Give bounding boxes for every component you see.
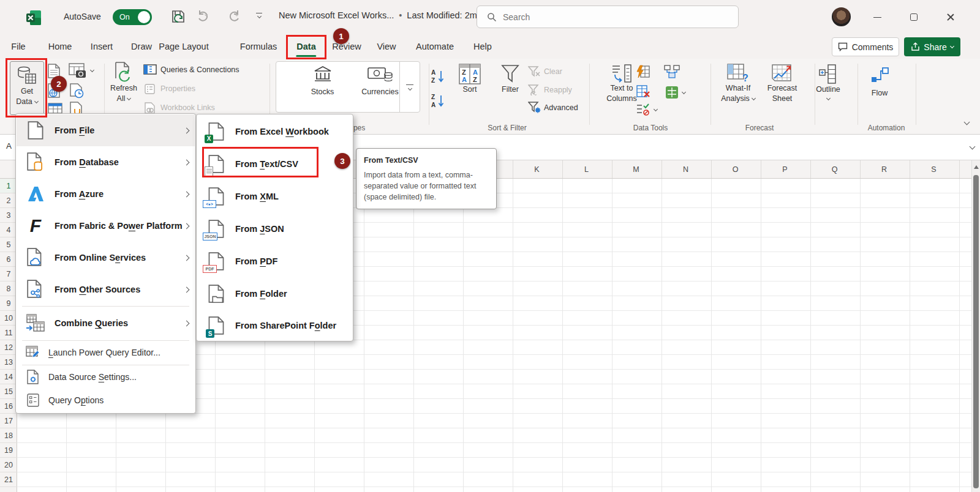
name-box[interactable]: A bbox=[6, 141, 12, 151]
submenu-item-from-text-csv[interactable]: From Text/CSV bbox=[197, 147, 352, 180]
vertical-scrollbar[interactable] bbox=[971, 160, 980, 492]
advanced-filter-icon[interactable] bbox=[528, 102, 541, 114]
undo-icon[interactable] bbox=[195, 9, 213, 24]
submenu-item-from-json[interactable]: JSON From JSON bbox=[197, 212, 352, 245]
tab-help[interactable]: Help bbox=[471, 34, 494, 59]
search-box[interactable] bbox=[477, 6, 739, 28]
what-if-analysis-button[interactable]: ? What-If Analysis bbox=[718, 64, 758, 104]
row-header-12[interactable]: 12 bbox=[0, 340, 17, 355]
row-header-16[interactable]: 16 bbox=[0, 399, 17, 414]
autosave-toggle[interactable]: On bbox=[113, 9, 152, 25]
share-button[interactable]: Share bbox=[904, 37, 960, 56]
menu-item-from-other-sources[interactable]: From Other Sources bbox=[17, 274, 195, 305]
column-header-M[interactable]: M bbox=[611, 160, 661, 179]
refresh-all-button[interactable]: Refresh All bbox=[108, 61, 140, 104]
row-header-13[interactable]: 13 bbox=[0, 355, 17, 370]
row-header-11[interactable]: 11 bbox=[0, 326, 17, 340]
advanced-label[interactable]: Advanced bbox=[544, 103, 578, 112]
submenu-item-from-excel-workbook[interactable]: X From Excel Workbook bbox=[197, 115, 352, 147]
row-header-6[interactable]: 6 bbox=[0, 252, 17, 267]
row-header-14[interactable]: 14 bbox=[0, 370, 17, 384]
maximize-button[interactable] bbox=[900, 8, 927, 26]
column-header-N[interactable]: N bbox=[661, 160, 710, 179]
tab-home[interactable]: Home bbox=[46, 34, 75, 59]
row-header-10[interactable]: 10 bbox=[0, 311, 17, 326]
row-header-4[interactable]: 4 bbox=[0, 223, 17, 237]
row-header-5[interactable]: 5 bbox=[0, 237, 17, 252]
outline-button[interactable]: Outline bbox=[810, 64, 846, 100]
forecast-sheet-button[interactable]: Forecast Sheet bbox=[763, 64, 801, 104]
column-header-O[interactable]: O bbox=[710, 160, 760, 179]
data-validation-icon[interactable] bbox=[636, 103, 650, 116]
menu-item-from-online-services[interactable]: From Online Services bbox=[17, 242, 195, 274]
collapse-ribbon-chevron-icon[interactable] bbox=[964, 119, 970, 125]
submenu-item-from-sharepoint-folder[interactable]: S From SharePoint Folder bbox=[197, 310, 352, 341]
filter-button[interactable]: Filter bbox=[496, 64, 524, 95]
minimize-button[interactable] bbox=[864, 8, 891, 26]
data-model-chevron-icon[interactable] bbox=[682, 90, 686, 94]
sort-button[interactable]: Z A A Z Sort bbox=[456, 64, 484, 95]
column-header-S[interactable]: S bbox=[909, 160, 959, 179]
row-header-2[interactable]: 2 bbox=[0, 193, 17, 208]
queries-connections-label[interactable]: Queries & Connections bbox=[160, 65, 239, 74]
scroll-up-icon[interactable] bbox=[974, 165, 979, 169]
tab-data[interactable]: Data bbox=[294, 34, 318, 59]
row-header-8[interactable]: 8 bbox=[0, 281, 17, 296]
row-header-21[interactable]: 21 bbox=[0, 472, 17, 487]
row-header-15[interactable]: 15 bbox=[0, 384, 17, 399]
row-header-19[interactable]: 19 bbox=[0, 443, 17, 458]
queries-connections-icon[interactable] bbox=[143, 64, 157, 75]
column-header-L[interactable]: L bbox=[562, 160, 611, 179]
redo-icon[interactable] bbox=[225, 9, 244, 24]
from-picture-chevron-icon[interactable] bbox=[90, 68, 94, 72]
column-header-P[interactable]: P bbox=[760, 160, 810, 179]
row-header-7[interactable]: 7 bbox=[0, 267, 17, 281]
search-input[interactable] bbox=[503, 12, 705, 22]
flash-fill-icon[interactable] bbox=[636, 65, 650, 78]
gallery-more-button[interactable] bbox=[399, 62, 420, 112]
data-model-icon[interactable] bbox=[665, 86, 679, 99]
tab-draw[interactable]: Draw bbox=[129, 34, 154, 59]
menu-item-query-options[interactable]: Query Options bbox=[17, 389, 195, 412]
comments-button[interactable]: Comments bbox=[832, 37, 899, 56]
recent-sources-icon[interactable] bbox=[70, 83, 85, 99]
stocks-button[interactable]: Stocks bbox=[293, 65, 352, 96]
row-header-9[interactable]: 9 bbox=[0, 296, 17, 311]
menu-item-from-database[interactable]: From Database bbox=[17, 146, 195, 178]
submenu-item-from-pdf[interactable]: PDF From PDF bbox=[197, 245, 352, 277]
menu-item-combine-queries[interactable]: Combine Queries bbox=[17, 307, 195, 340]
tab-automate[interactable]: Automate bbox=[413, 34, 456, 59]
text-to-columns-button[interactable]: Text to Columns bbox=[604, 64, 639, 104]
menu-item-from-fabric[interactable]: F From Fabric & Power Platform bbox=[17, 210, 195, 242]
row-header-3[interactable]: 3 bbox=[0, 208, 17, 223]
formula-bar-expand-icon[interactable] bbox=[970, 144, 976, 150]
get-data-button[interactable]: Get Data bbox=[10, 61, 44, 115]
tab-insert[interactable]: Insert bbox=[88, 34, 115, 59]
row-header-17[interactable]: 17 bbox=[0, 414, 17, 428]
save-icon[interactable] bbox=[170, 9, 186, 24]
row-header-1[interactable]: 1 bbox=[0, 179, 17, 193]
document-title[interactable]: New Microsoft Excel Works... • Last Modi… bbox=[279, 10, 505, 20]
menu-item-from-azure[interactable]: From Azure bbox=[17, 178, 195, 210]
data-validation-chevron-icon[interactable] bbox=[654, 107, 658, 111]
sort-descending-icon[interactable]: Z A bbox=[430, 93, 446, 109]
menu-item-launch-power-query-editor[interactable]: Launch Power Query Editor... bbox=[17, 341, 195, 364]
row-header-18[interactable]: 18 bbox=[0, 428, 17, 443]
close-button[interactable] bbox=[937, 8, 964, 26]
customize-toolbar-icon[interactable] bbox=[256, 13, 262, 18]
remove-duplicates-icon[interactable] bbox=[636, 84, 650, 98]
tab-file[interactable]: File bbox=[9, 34, 28, 59]
consolidate-icon[interactable] bbox=[664, 65, 680, 78]
menu-item-from-file[interactable]: From File bbox=[17, 114, 195, 146]
row-header-20[interactable]: 20 bbox=[0, 458, 17, 472]
menu-item-data-source-settings[interactable]: Data Source Settings... bbox=[17, 365, 195, 389]
column-header-R[interactable]: R bbox=[859, 160, 909, 179]
scrollbar-thumb[interactable] bbox=[973, 175, 979, 488]
tab-page-layout[interactable]: Page Layout bbox=[156, 34, 211, 59]
column-header-Q[interactable]: Q bbox=[810, 160, 859, 179]
sort-ascending-icon[interactable]: A Z bbox=[430, 69, 446, 84]
flow-button[interactable]: Flow bbox=[862, 65, 897, 99]
from-picture-icon[interactable] bbox=[69, 63, 87, 79]
submenu-item-from-folder[interactable]: From Folder bbox=[197, 277, 352, 310]
tab-formulas[interactable]: Formulas bbox=[238, 34, 279, 59]
